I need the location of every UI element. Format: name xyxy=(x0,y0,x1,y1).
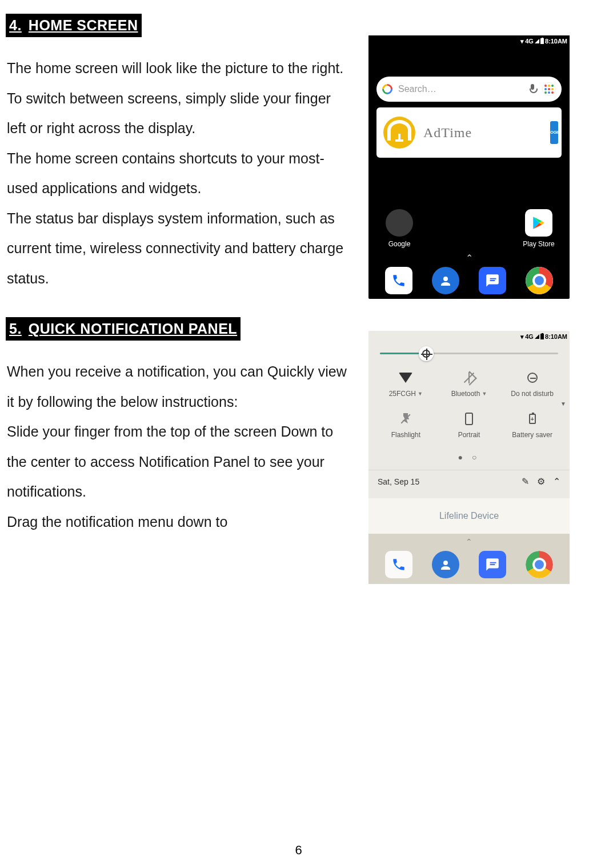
google-folder-icon xyxy=(386,209,413,237)
adtime-logo-icon xyxy=(383,117,415,149)
qs-dnd-label: Do not disturb xyxy=(511,390,554,398)
network-label: 4G xyxy=(525,38,534,45)
drawer-handle-icon[interactable]: ⌃ xyxy=(368,535,570,547)
section-title: HOME SCREEN xyxy=(29,17,138,33)
contacts-app-icon[interactable] xyxy=(432,551,459,578)
messages-app-icon[interactable] xyxy=(479,267,506,294)
flashlight-off-icon xyxy=(399,413,412,425)
qs-flashlight[interactable]: Flashlight xyxy=(374,407,438,445)
section-heading-5: 5.QUICK NOTIFICATION PANEL xyxy=(6,317,241,341)
battery-icon xyxy=(540,334,544,339)
play-store-icon xyxy=(525,209,552,237)
phone-app-icon[interactable] xyxy=(385,267,412,294)
chrome-app-icon[interactable] xyxy=(526,267,553,294)
portrait-icon xyxy=(463,413,475,425)
section-4-body: The home screen will look like the pictu… xyxy=(6,53,351,293)
chevron-up-icon[interactable]: ⌃ xyxy=(553,476,560,487)
adtime-widget[interactable]: AdTime LOGIN xyxy=(376,107,562,158)
signal-icon xyxy=(535,334,539,339)
chevron-down-icon[interactable]: ▼ xyxy=(560,401,566,407)
date-label: Sat, Sep 15 xyxy=(378,477,419,486)
battery-saver-icon xyxy=(526,413,539,425)
clock: 8:10AM xyxy=(545,38,567,45)
mic-icon[interactable] xyxy=(528,84,536,94)
qs-battery-label: Battery saver xyxy=(512,431,552,439)
phone-app-icon[interactable] xyxy=(385,551,412,578)
messages-app-icon[interactable] xyxy=(479,551,506,578)
notification-card[interactable]: Lifeline Device xyxy=(368,498,570,534)
google-folder[interactable]: Google xyxy=(382,209,416,248)
search-placeholder: Search… xyxy=(398,84,523,94)
notification-title: Lifeline Device xyxy=(439,511,499,521)
contacts-app-icon[interactable] xyxy=(432,267,459,294)
dnd-icon xyxy=(526,371,539,384)
wifi-icon: ▾ xyxy=(520,333,524,341)
status-bar: ▾ 4G 8:10AM xyxy=(368,331,570,342)
qs-dnd[interactable]: Do not disturb xyxy=(500,366,564,403)
section-heading-4: 4.HOME SCREEN xyxy=(6,14,142,37)
dock xyxy=(368,267,570,295)
play-store-label: Play Store xyxy=(523,240,554,248)
wifi-icon xyxy=(399,371,412,384)
qs-bluetooth[interactable]: Bluetooth▼ xyxy=(438,366,501,403)
qs-wifi-label: 25FCGH xyxy=(389,390,416,398)
notification-panel-screenshot: ▾ 4G 8:10AM 25FCGH▼ Bluetooth▼ xyxy=(368,331,570,584)
section-number: 5. xyxy=(9,321,22,337)
brightness-slider[interactable] xyxy=(368,342,570,359)
adtime-label: AdTime xyxy=(423,125,472,141)
qs-flashlight-label: Flashlight xyxy=(391,431,420,439)
chrome-app-icon[interactable] xyxy=(526,551,553,578)
bluetooth-off-icon xyxy=(463,371,475,384)
svg-point-0 xyxy=(443,277,448,281)
chevron-down-icon[interactable]: ▼ xyxy=(482,391,487,397)
quick-settings-grid: 25FCGH▼ Bluetooth▼ Do not disturb Flashl… xyxy=(368,359,570,448)
page-number: 6 xyxy=(0,843,597,858)
play-store-app[interactable]: Play Store xyxy=(522,209,556,248)
svg-point-1 xyxy=(443,561,448,565)
battery-icon xyxy=(540,38,544,44)
network-label: 4G xyxy=(525,333,534,340)
date-row: Sat, Sep 15 ✎ ⚙ ⌃ xyxy=(368,470,570,493)
google-folder-label: Google xyxy=(388,240,411,248)
login-tab[interactable]: LOGIN xyxy=(550,121,558,144)
status-bar: ▾ 4G 8:10AM xyxy=(368,35,570,47)
wifi-icon: ▾ xyxy=(520,38,524,45)
section-5-body: When you receive a notification, you can… xyxy=(6,357,351,537)
search-bar[interactable]: Search… xyxy=(376,77,562,102)
qs-battery-saver[interactable]: Battery saver xyxy=(500,407,564,445)
page-indicator: ● ○ xyxy=(368,448,570,470)
home-screen-screenshot: ▾ 4G 8:10AM Search… AdTime LOGIN G xyxy=(368,35,570,299)
edit-icon[interactable]: ✎ xyxy=(522,476,529,487)
settings-gear-icon[interactable]: ⚙ xyxy=(537,476,545,487)
qs-bluetooth-label: Bluetooth xyxy=(451,390,480,398)
qs-wifi[interactable]: 25FCGH▼ xyxy=(374,366,438,403)
google-g-icon xyxy=(380,82,394,96)
section-number: 4. xyxy=(9,17,22,33)
clock: 8:10AM xyxy=(545,333,567,340)
chevron-down-icon[interactable]: ▼ xyxy=(418,391,423,397)
dock xyxy=(368,547,570,584)
home-apps-row: Google Play Store xyxy=(368,209,570,248)
qs-portrait[interactable]: Portrait xyxy=(438,407,501,445)
apps-grid-icon[interactable] xyxy=(542,82,556,96)
signal-icon xyxy=(535,39,539,43)
section-title: QUICK NOTIFICATION PANEL xyxy=(29,321,237,337)
gear-icon xyxy=(422,350,430,358)
drawer-handle-icon[interactable]: ⌃ xyxy=(368,253,570,263)
qs-portrait-label: Portrait xyxy=(458,431,480,439)
